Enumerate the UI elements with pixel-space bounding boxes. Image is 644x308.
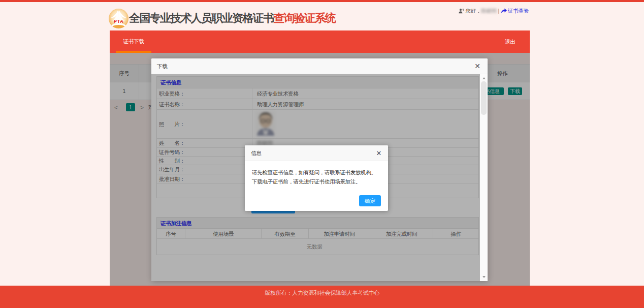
svg-text:PTA: PTA: [114, 18, 124, 24]
